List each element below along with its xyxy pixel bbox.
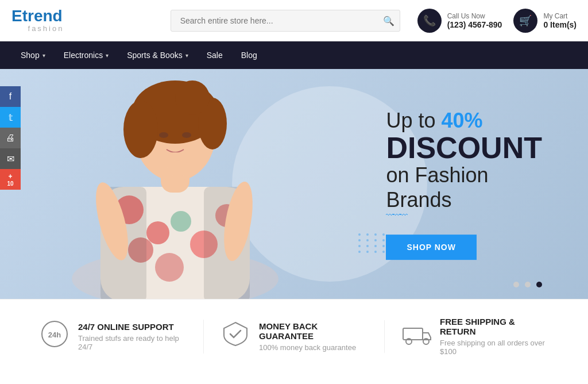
social-sidebar: f 𝕥 🖨 ✉ + 10	[0, 86, 21, 190]
shop-now-button[interactable]: SHOP NOW	[386, 235, 477, 260]
svg-point-5	[171, 211, 191, 232]
chevron-down-icon: ▾	[42, 52, 45, 59]
nav-item-sports-books[interactable]: Sports & Books ▾	[118, 41, 198, 69]
svg-point-18	[182, 132, 191, 138]
svg-point-22	[168, 160, 188, 176]
svg-point-16	[175, 80, 210, 115]
twitter-button[interactable]: 𝕥	[0, 107, 21, 128]
share-count: 10	[7, 181, 13, 187]
facebook-button[interactable]: f	[0, 86, 21, 107]
hero-banner: Up to 40% DISCOUNT on Fashion Brands SHO…	[0, 69, 588, 299]
cart-label: My Cart	[543, 12, 577, 20]
hero-slider-dots	[513, 282, 542, 287]
hero-model-image	[23, 69, 327, 299]
cart-text-block: My Cart 0 Item(s)	[543, 12, 577, 29]
shipping-title: FREE SHIPPING & RETURN	[440, 317, 548, 336]
svg-point-17	[159, 132, 168, 138]
svg-rect-25	[403, 328, 423, 340]
support-desc: Trained stufs are ready to help 24/7	[78, 334, 186, 351]
twitter-icon: 𝕥	[9, 112, 13, 123]
nav-label-electronics: Electronics	[64, 51, 103, 60]
nav-label-sports-books: Sports & Books	[127, 51, 183, 60]
support-text: 24/7 ONLINE SUPPORT Trained stufs are re…	[78, 322, 186, 351]
hero-dot-pattern	[358, 233, 387, 253]
shipping-text: FREE SHIPPING & RETURN Free shipping on …	[440, 317, 548, 356]
cart-icon: 🛒	[519, 14, 532, 27]
moneyback-icon	[221, 320, 250, 353]
search-button[interactable]: 🔍	[383, 15, 394, 26]
header-actions: 📞 Call Us Now (123) 4567-890 🛒 My Cart 0…	[417, 9, 577, 33]
support-title: 24/7 ONLINE SUPPORT	[78, 322, 186, 332]
moneyback-text: MONEY BACK GUARANTEE 100% money back gua…	[259, 321, 367, 352]
nav-item-sale[interactable]: Sale	[198, 41, 232, 69]
features-bar: 24h 24/7 ONLINE SUPPORT Trained stufs ar…	[0, 299, 588, 373]
hero-line3: on Fashion	[386, 163, 542, 187]
call-label: Call Us Now	[447, 12, 502, 20]
shipping-desc: Free shipping on all orders over $100	[440, 339, 548, 356]
svg-point-8	[155, 253, 184, 282]
nav-label-shop: Shop	[21, 51, 40, 60]
plus-icon: +	[8, 172, 12, 181]
main-navbar: Shop ▾ Electronics ▾ Sports & Books ▾ Sa…	[0, 41, 588, 69]
chevron-down-icon: ▾	[185, 52, 188, 59]
logo-sub-text: fashion	[11, 24, 80, 33]
call-number: (123) 4567-890	[447, 20, 502, 29]
cart-icon-circle: 🛒	[513, 9, 537, 33]
cart-count: 0 Item(s)	[543, 20, 577, 29]
svg-text:24h: 24h	[48, 331, 61, 339]
search-input[interactable]	[171, 10, 400, 32]
slider-dot-2[interactable]	[525, 282, 531, 287]
chevron-down-icon: ▾	[106, 52, 109, 59]
phone-icon-circle: 📞	[417, 9, 442, 33]
moneyback-desc: 100% money back guarantee	[259, 343, 367, 352]
shipping-icon	[402, 322, 431, 351]
nav-label-sale: Sale	[207, 51, 223, 60]
model-svg	[55, 72, 296, 299]
hero-discount: DISCOUNT	[386, 133, 542, 163]
nav-item-blog[interactable]: Blog	[232, 41, 266, 69]
call-text-block: Call Us Now (123) 4567-890	[447, 12, 502, 29]
print-icon: 🖨	[6, 133, 15, 143]
feature-support: 24h 24/7 ONLINE SUPPORT Trained stufs ar…	[23, 320, 204, 354]
moneyback-title: MONEY BACK GUARANTEE	[259, 321, 367, 341]
print-button[interactable]: 🖨	[0, 128, 21, 148]
hero-text-content: Up to 40% DISCOUNT on Fashion Brands SHO…	[386, 108, 542, 260]
hero-brands: Brands	[386, 188, 542, 223]
nav-item-electronics[interactable]: Electronics ▾	[55, 41, 118, 69]
slider-dot-3[interactable]	[536, 282, 542, 287]
svg-point-3	[146, 221, 169, 244]
facebook-icon: f	[9, 91, 11, 102]
nav-item-shop[interactable]: Shop ▾	[11, 41, 55, 69]
slider-dot-1[interactable]	[513, 282, 519, 287]
search-icon: 🔍	[383, 16, 394, 25]
support-icon: 24h	[40, 320, 69, 354]
cart-action[interactable]: 🛒 My Cart 0 Item(s)	[513, 9, 577, 33]
email-icon: ✉	[7, 153, 14, 164]
logo[interactable]: Etrend fashion	[11, 8, 80, 33]
call-us-action[interactable]: 📞 Call Us Now (123) 4567-890	[417, 9, 502, 33]
email-button[interactable]: ✉	[0, 148, 21, 169]
hero-line1: Up to 40%	[386, 108, 542, 133]
site-header: Etrend fashion 🔍 📞 Call Us Now (123) 456…	[0, 0, 588, 41]
share-button[interactable]: + 10	[0, 169, 21, 190]
logo-main-text: Etrend	[11, 8, 80, 24]
svg-point-14	[123, 101, 158, 158]
nav-label-blog: Blog	[241, 51, 257, 60]
phone-icon: 📞	[423, 14, 436, 27]
search-area: 🔍	[171, 10, 400, 32]
feature-shipping: FREE SHIPPING & RETURN Free shipping on …	[385, 317, 565, 356]
feature-moneyback: MONEY BACK GUARANTEE 100% money back gua…	[204, 320, 385, 353]
hero-percent: 40%	[442, 109, 483, 132]
